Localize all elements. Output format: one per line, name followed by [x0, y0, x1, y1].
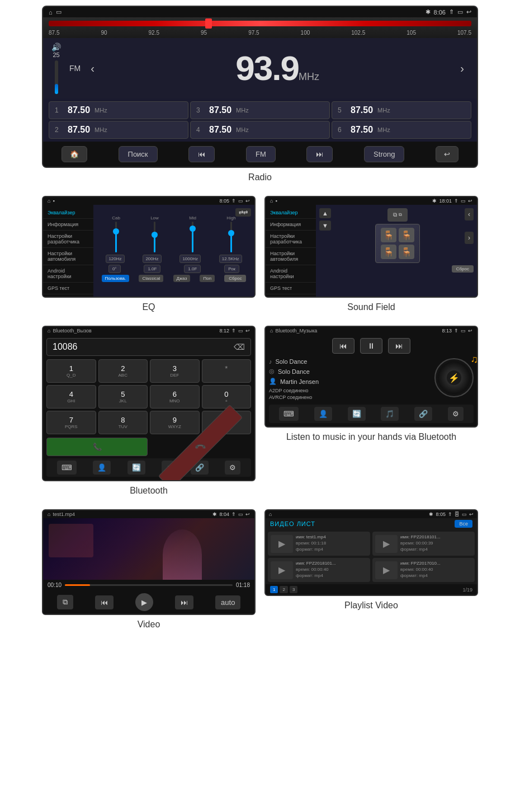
radio-search-btn[interactable]: Поиск	[119, 146, 158, 162]
preset-6[interactable]: 687.50MHz	[332, 121, 471, 139]
eq-val-btn-3[interactable]: Рок	[224, 265, 239, 273]
eq-sidebar-item-2[interactable]: Настройки разработчика	[43, 231, 93, 248]
freq-slider-thumb[interactable]	[205, 18, 212, 29]
eq-reset-btn[interactable]: Сброс	[224, 275, 246, 282]
radio-strong-btn[interactable]: Strong	[364, 146, 404, 162]
bt-call-btn[interactable]: 📞	[46, 438, 148, 456]
sf-prev-btn[interactable]: ‹	[465, 208, 474, 220]
radio-prev-track-btn[interactable]: ⏮	[188, 146, 215, 162]
radio-band-btn[interactable]: FM	[246, 146, 276, 162]
radio-prev-btn[interactable]: ‹	[91, 62, 94, 75]
pl-item-2[interactable]: ▶ имя: FPZ2018101... время: 00:00:40 фор…	[268, 558, 370, 582]
btm-home-icon: ⌂	[270, 328, 273, 334]
vid-next-btn[interactable]: ⏭	[175, 595, 193, 609]
bt-key-3[interactable]: 3DEF	[150, 359, 200, 383]
eq-freq-btn-1[interactable]: 200Hz	[143, 255, 161, 263]
radio-next-track-btn[interactable]: ⏭	[306, 146, 333, 162]
bt-key-6[interactable]: 6MNO	[150, 385, 200, 409]
btm-tool-keyboard[interactable]: ⌨	[279, 407, 299, 421]
btm-toolbar: ⌨ 👤 🔄 🎵 🔗 ⚙	[269, 405, 474, 423]
bt-tool-keyboard[interactable]: ⌨	[57, 461, 77, 475]
bt-key-5[interactable]: 5JKL	[98, 385, 148, 409]
bt-key-2[interactable]: 2ABC	[98, 359, 148, 383]
vid-prev-btn[interactable]: ⏮	[95, 595, 114, 609]
btm-next-btn[interactable]: ⏭	[388, 338, 410, 354]
bt-tool-calls[interactable]: 🔄	[127, 461, 145, 475]
eq-val-btn-2[interactable]: 1.0F	[184, 265, 201, 273]
vid-eq-btn[interactable]: ⧉	[57, 595, 73, 609]
eq-preset-classical[interactable]: Classical	[139, 275, 163, 282]
eq-sidebar-item-1[interactable]: Информация	[43, 219, 93, 231]
btm-tool-music[interactable]: 🎵	[381, 407, 399, 421]
sf-sidebar-item-3[interactable]: Настройки автомобиля	[266, 248, 316, 265]
sf-reset-btn[interactable]: Сброс	[452, 265, 474, 273]
pl-tab-all[interactable]: Все	[455, 520, 472, 528]
sf-sidebar-item-5[interactable]: GPS тест	[266, 283, 316, 294]
radio-next-btn[interactable]: ›	[460, 62, 464, 75]
bt-key-0[interactable]: 0+	[202, 385, 252, 409]
eq-preset-pop[interactable]: Поп	[200, 275, 215, 282]
vid-auto-btn[interactable]: auto	[215, 595, 240, 609]
pl-page-3[interactable]: 3	[290, 586, 297, 593]
eq-preset-jazz[interactable]: Джаз	[173, 275, 191, 282]
preset-5[interactable]: 587.50MHz	[332, 101, 471, 119]
bt-key-4[interactable]: 4GHI	[46, 385, 96, 409]
bt-time: 8:12	[219, 328, 229, 334]
pl-back-icon: ↩	[469, 511, 474, 517]
pl-item-1[interactable]: ▶ имя: FPZ2018101... время: 00:00:39 фор…	[372, 532, 475, 556]
bt-key-7[interactable]: 7PQRS	[46, 411, 96, 434]
vid-track[interactable]	[65, 584, 233, 586]
eq-label: EQ	[142, 302, 155, 312]
btm-note-icon: ♫	[471, 354, 479, 365]
sf-up-btn[interactable]: ▲	[319, 208, 331, 218]
vid-play-btn[interactable]: ▶	[135, 593, 153, 611]
sf-sidebar-item-0[interactable]: Эквалайзер	[266, 207, 316, 219]
pl-item-0[interactable]: ▶ имя: test1.mp4 время: 00:1:18 формат: …	[268, 532, 370, 556]
radio-back-btn[interactable]: ↩	[436, 146, 458, 162]
btm-title: Bluetooth_Музыка	[275, 328, 317, 334]
vid-win-icon: ▭	[238, 511, 243, 517]
sf-down-btn[interactable]: ▼	[319, 220, 331, 231]
eq-sidebar-item-5[interactable]: GPS тест	[43, 283, 93, 294]
eq-val-btn-1[interactable]: 1.0F	[144, 265, 160, 273]
pl-page-2[interactable]: 2	[280, 586, 287, 593]
sf-sidebar-item-4[interactable]: Android настройки	[266, 265, 316, 283]
btm-prev-btn[interactable]: ⏮	[332, 338, 354, 354]
btm-tool-link[interactable]: 🔗	[414, 407, 432, 421]
eq-shuffle-btn[interactable]: ⇄⇄	[235, 208, 251, 217]
bt-key-8[interactable]: 8TUV	[98, 411, 148, 434]
pl-time: 8:05	[436, 511, 446, 517]
preset-4[interactable]: 487.50MHz	[190, 121, 330, 139]
bt-key-star[interactable]: *	[202, 359, 252, 383]
eq-val-btn-0[interactable]: 0°	[108, 265, 121, 273]
radio-home-btn[interactable]: 🏠	[62, 146, 87, 162]
bt-backspace-btn[interactable]: ⌫	[234, 342, 245, 351]
eq-freq-btn-2[interactable]: 1000Hz	[179, 255, 201, 263]
preset-3[interactable]: 387.50MHz	[190, 101, 330, 119]
bt-key-1[interactable]: 1Q_D	[46, 359, 96, 383]
bt-tool-settings[interactable]: ⚙	[225, 461, 240, 475]
sf-sidebar-item-1[interactable]: Информация	[266, 219, 316, 231]
eq-sidebar-item-3[interactable]: Настройки автомобиля	[43, 248, 93, 265]
radio-bluetooth-icon: ✱	[426, 8, 431, 16]
bt-call-body: 10086 ⌫ 1Q_D 2ABC 3DEF * 4GHI 5JKL 6MNO …	[43, 335, 254, 480]
eq-preset-user[interactable]: Пользова.	[102, 275, 130, 282]
btm-tool-calls[interactable]: 🔄	[348, 407, 366, 421]
preset-1[interactable]: 187.50MHz	[49, 101, 188, 119]
btm-play-btn[interactable]: ⏸	[360, 338, 382, 354]
eq-sidebar-item-4[interactable]: Android настройки	[43, 265, 93, 283]
bt-key-9[interactable]: 9WXYZ	[150, 411, 200, 434]
sf-next-btn[interactable]: ›	[465, 232, 474, 244]
pl-page-1[interactable]: 1	[270, 586, 278, 593]
pl-item-3[interactable]: ▶ имя: FPZ2017010... время: 00:00:40 фор…	[372, 558, 475, 582]
bt-tool-contacts[interactable]: 👤	[93, 461, 111, 475]
btm-tool-contacts[interactable]: 👤	[314, 407, 332, 421]
sf-sidebar-item-2[interactable]: Настройки разработчика	[266, 231, 316, 248]
sf-eq-btn[interactable]: ⧉⧉	[387, 208, 408, 222]
preset-2[interactable]: 287.50MHz	[49, 121, 188, 139]
btm-tool-settings[interactable]: ⚙	[448, 407, 464, 421]
eq-freq-btn-3[interactable]: 12.5KHz	[219, 255, 242, 263]
eq-col: ⌂ ▪ 8:05 ⇑ ▭ ↩ Эквалайзер Информация Нас…	[42, 196, 256, 321]
eq-freq-btn-0[interactable]: 120Hz	[106, 255, 124, 263]
eq-sidebar-item-0[interactable]: Эквалайзер	[43, 207, 93, 219]
